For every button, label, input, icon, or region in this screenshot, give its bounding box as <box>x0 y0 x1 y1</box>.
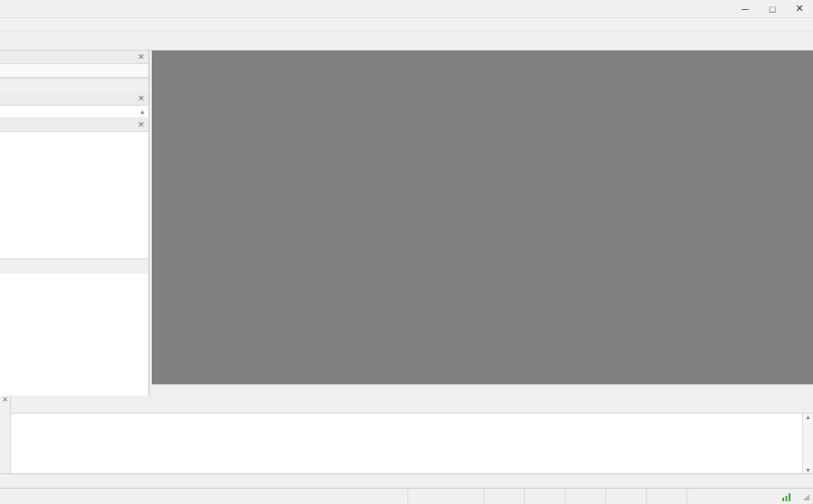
close-icon[interactable]: ✕ <box>137 120 145 129</box>
navigator-panel: ✕ <box>0 118 148 274</box>
mt5-application: ─ □ ✕ ✕ ✕ ▲ ✕ ✕ <box>0 0 813 504</box>
signals-tabs <box>11 396 813 414</box>
scroll-down-icon[interactable]: ▼ <box>805 467 811 473</box>
scroll-up-icon[interactable]: ▲ <box>805 414 811 420</box>
menu-bar <box>0 18 813 31</box>
close-icon[interactable]: ✕ <box>0 396 10 405</box>
chart-tab-bar <box>152 384 813 396</box>
close-button[interactable]: ✕ <box>786 0 813 17</box>
title-bar: ─ □ ✕ <box>0 0 813 18</box>
toolbar <box>0 31 813 51</box>
status-bar: ◢ <box>0 488 813 504</box>
connection-signal-icon <box>781 492 792 501</box>
left-panel-column: ✕ ✕ ▲ ✕ <box>0 51 150 396</box>
toolbox-bottom-tabs <box>0 473 813 488</box>
scroll-up-icon[interactable]: ▲ <box>139 108 148 115</box>
toolbox-panel: ✕ ▲▼ <box>0 396 813 473</box>
toolbox-side-strip: ✕ <box>0 396 11 473</box>
signals-table <box>11 414 802 473</box>
close-icon[interactable]: ✕ <box>137 52 145 61</box>
chart-workspace <box>152 51 813 384</box>
signals-scrollbar[interactable]: ▲▼ <box>802 414 813 473</box>
market-watch-panel: ✕ <box>0 51 148 92</box>
resize-grip[interactable]: ◢ <box>803 492 809 501</box>
minimize-button[interactable]: ─ <box>732 0 759 17</box>
maximize-button[interactable]: □ <box>759 0 786 17</box>
data-window-panel: ✕ ▲ <box>0 92 148 118</box>
close-icon[interactable]: ✕ <box>137 94 145 103</box>
